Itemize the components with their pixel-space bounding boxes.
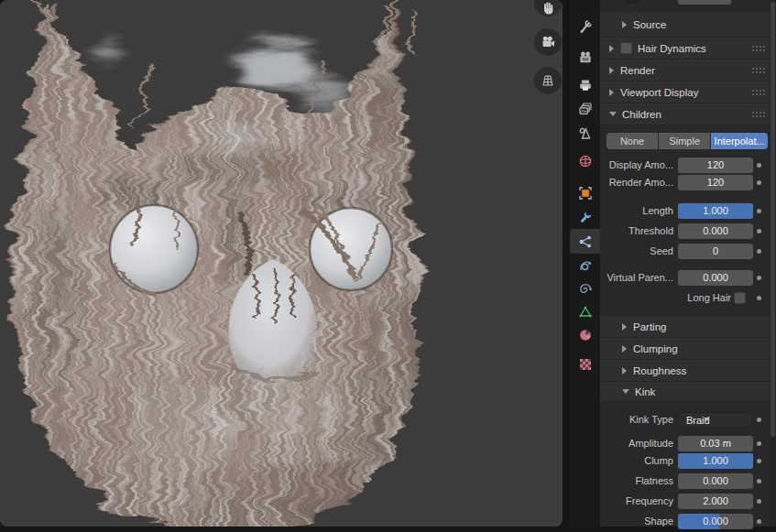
panel-drag-grip[interactable] [751,89,765,96]
kink-type-dropdown[interactable]: Braid [678,412,753,428]
tab-constraints[interactable] [570,277,600,301]
tab-output[interactable] [570,72,600,97]
panel-scrollbar-thumb[interactable] [771,2,775,437]
subpanel-label: Roughness [633,365,686,376]
collapse-arrow-icon [622,389,629,394]
seed-field[interactable]: 0 [678,244,753,259]
subpanel-header-clumping[interactable]: Clumping [600,338,770,360]
tab-object-data[interactable] [570,299,600,324]
panel-header-label: Source [633,19,666,30]
mode-simple-button[interactable]: Simple [659,133,710,149]
subpanel-header-roughness[interactable]: Roughness [600,360,770,382]
render-amount-row: Render Amo... 120 [600,175,770,190]
shape-slider[interactable]: 0.000 [678,514,753,529]
tab-material[interactable] [570,322,600,347]
flatness-row: Flatness 0.000 [600,473,770,489]
viewport-3d[interactable] [0,0,563,527]
panel-scrollbar-track[interactable] [770,0,776,527]
amplitude-row: Amplitude 0.03 m [600,436,770,451]
threshold-row: Threshold 0.000 [600,223,770,239]
threshold-field[interactable]: 0.000 [678,223,753,239]
panel-header-label: Children [622,109,661,120]
display-amount-field[interactable]: 120 [678,157,753,173]
expand-arrow-icon [622,345,627,353]
decorator-dot[interactable] [757,519,761,524]
field-label: Amplitude [600,436,673,451]
cutoff-widget [625,0,639,4]
field-label: Flatness [600,473,673,489]
field-label: Threshold [600,223,673,239]
decorator-dot[interactable] [757,209,761,213]
field-label: Long Hair [600,290,731,306]
decorator-dot[interactable] [757,459,761,463]
flatness-field[interactable]: 0.000 [678,473,753,489]
clump-slider[interactable]: 1.000 [678,453,753,469]
field-label: Length [600,203,673,219]
camera-icon[interactable] [534,28,562,56]
hair-dynamics-checkbox[interactable] [620,42,632,54]
tab-modifiers[interactable] [570,205,600,230]
panel-drag-grip[interactable] [751,67,765,74]
subpanel-label: Clumping [633,343,678,354]
decorator-dot[interactable] [757,229,761,233]
top-cutoff-content [600,0,770,13]
tab-texture[interactable] [570,352,600,376]
length-slider[interactable]: 1.000 [678,203,753,219]
field-label: Display Amo... [600,157,673,173]
subpanel-label: Parting [633,321,666,332]
mode-none-button[interactable]: None [607,133,658,149]
owl-left-eye [110,205,198,293]
tab-object[interactable] [570,180,600,205]
panel-header-label: Render [620,65,655,76]
decorator-dot[interactable] [757,249,761,254]
grid-icon[interactable] [534,67,562,94]
field-label: Virtual Paren... [600,270,673,286]
decorator-dot[interactable] [757,296,761,300]
decorator-dot[interactable] [757,163,761,168]
expand-arrow-icon [609,45,614,52]
tab-particles[interactable] [570,229,600,254]
properties-tab-column [570,0,600,527]
tab-tool[interactable] [570,14,600,38]
panel-header-hair-dynamics[interactable]: Hair Dynamics [600,38,770,60]
panel-header-render[interactable]: Render [600,60,770,81]
decorator-dot[interactable] [757,180,761,185]
panel-header-label: Viewport Display [620,87,698,98]
panel-drag-grip[interactable] [751,111,765,118]
length-row: Length 1.000 [600,203,770,219]
display-amount-row: Display Amo... 120 [600,157,770,173]
panel-header-label: Hair Dynamics [638,43,706,54]
tab-view-layer[interactable] [570,96,600,121]
collapse-arrow-icon [609,112,617,116]
shape-row: Shape 0.000 [600,514,770,529]
tab-world[interactable] [570,148,600,173]
long-hair-row: Long Hair [600,290,770,306]
expand-arrow-icon [622,367,627,375]
frequency-field[interactable]: 2.000 [678,494,753,509]
subpanel-header-kink[interactable]: Kink [600,382,770,402]
owl-model-render [0,0,563,527]
panel-header-children[interactable]: Children [600,103,770,125]
subpanel-header-parting[interactable]: Parting [600,316,770,338]
tab-scene[interactable] [570,121,600,146]
tab-render[interactable] [570,45,600,70]
decorator-dot[interactable] [757,418,761,422]
particle-properties-panel: Source Hair Dynamics Render Viewport Dis… [600,0,770,527]
field-label: Seed [600,244,673,259]
decorator-dot[interactable] [757,499,761,504]
tab-physics[interactable] [570,254,600,278]
panel-header-viewport-display[interactable]: Viewport Display [600,81,770,103]
seed-row: Seed 0 [600,244,770,259]
decorator-dot[interactable] [757,441,761,446]
virtual-parents-field[interactable]: 0.000 [678,270,753,286]
decorator-dot[interactable] [757,479,761,483]
long-hair-checkbox[interactable] [734,292,746,304]
kink-type-row: Kink Type Braid [600,412,770,428]
panel-drag-grip[interactable] [751,45,765,52]
mode-interpolated-button[interactable]: Interpolat... [711,133,768,149]
panel-header-source[interactable]: Source [600,13,770,38]
amplitude-field[interactable]: 0.03 m [678,436,753,451]
field-label: Clump [600,453,673,469]
render-amount-field[interactable]: 120 [678,175,753,190]
decorator-dot[interactable] [757,276,761,280]
